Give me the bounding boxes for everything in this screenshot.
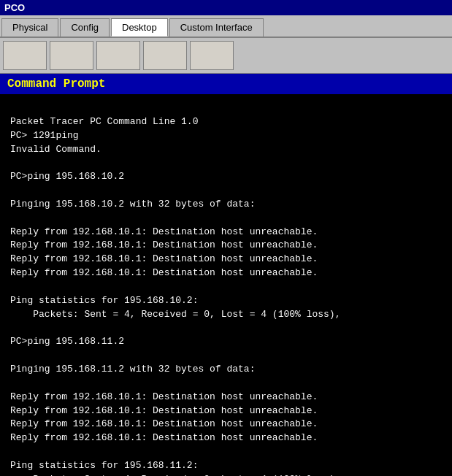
terminal-line: Reply from 192.168.10.1: Destination hos… <box>10 253 442 266</box>
main-window: PCO Physical Config Desktop Custom Inter… <box>0 0 452 476</box>
terminal-line <box>10 156 442 170</box>
terminal-output[interactable]: Packet Tracer PC Command Line 1.0PC> 129… <box>0 94 452 476</box>
terminal-line: PC> 1291ping <box>10 129 442 143</box>
tab-physical[interactable]: Physical <box>1 18 58 37</box>
tab-config[interactable]: Config <box>60 18 110 37</box>
terminal-line: Pinging 195.168.10.2 with 32 bytes of da… <box>10 198 442 212</box>
cmd-prompt-header: Command Prompt <box>0 74 452 94</box>
title-bar: PCO <box>0 0 452 15</box>
terminal-line: Reply from 192.168.10.1: Destination hos… <box>10 404 442 418</box>
toolbar-icon-4[interactable] <box>143 41 187 70</box>
terminal-line: Invalid Command. <box>10 143 442 157</box>
terminal-line <box>10 445 442 459</box>
terminal-line: Reply from 192.168.10.1: Destination hos… <box>10 266 442 280</box>
toolbar-icon-5[interactable] <box>190 41 234 70</box>
terminal-line: Reply from 192.168.10.1: Destination hos… <box>10 391 442 404</box>
window-title: PCO <box>4 2 25 13</box>
terminal-line <box>10 349 442 363</box>
toolbar-icon-2[interactable] <box>50 41 93 70</box>
terminal-line: PC>ping 195.168.11.2 <box>10 335 442 349</box>
terminal-line: Reply from 192.168.10.1: Destination hos… <box>10 239 442 253</box>
terminal-line <box>10 377 442 391</box>
terminal-line: Packets: Sent = 4, Received = 0, Lost = … <box>10 473 442 476</box>
terminal-line <box>10 184 442 198</box>
toolbar-icon-3[interactable] <box>96 41 140 70</box>
terminal-line: PC>ping 195.168.10.2 <box>10 170 442 184</box>
terminal-line: Packets: Sent = 4, Received = 0, Lost = … <box>10 308 442 322</box>
tab-custom-interface[interactable]: Custom Interface <box>169 18 264 37</box>
tab-desktop[interactable]: Desktop <box>111 18 168 37</box>
terminal-line: Reply from 192.168.10.1: Destination hos… <box>10 226 442 239</box>
terminal-line <box>10 280 442 294</box>
toolbar-icons <box>0 38 452 74</box>
terminal-line: Ping statistics for 195.168.11.2: <box>10 459 442 473</box>
terminal-line <box>10 212 442 226</box>
terminal-line <box>10 322 442 336</box>
terminal-line: Pinging 195.168.11.2 with 32 bytes of da… <box>10 363 442 377</box>
toolbar-icon-1[interactable] <box>3 41 47 70</box>
terminal-line: Packet Tracer PC Command Line 1.0 <box>10 115 442 129</box>
tab-bar: Physical Config Desktop Custom Interface <box>0 15 452 38</box>
terminal-line <box>10 101 442 115</box>
terminal-line: Reply from 192.168.10.1: Destination hos… <box>10 418 442 431</box>
terminal-line: Ping statistics for 195.168.10.2: <box>10 294 442 308</box>
terminal-line: Reply from 192.168.10.1: Destination hos… <box>10 431 442 445</box>
